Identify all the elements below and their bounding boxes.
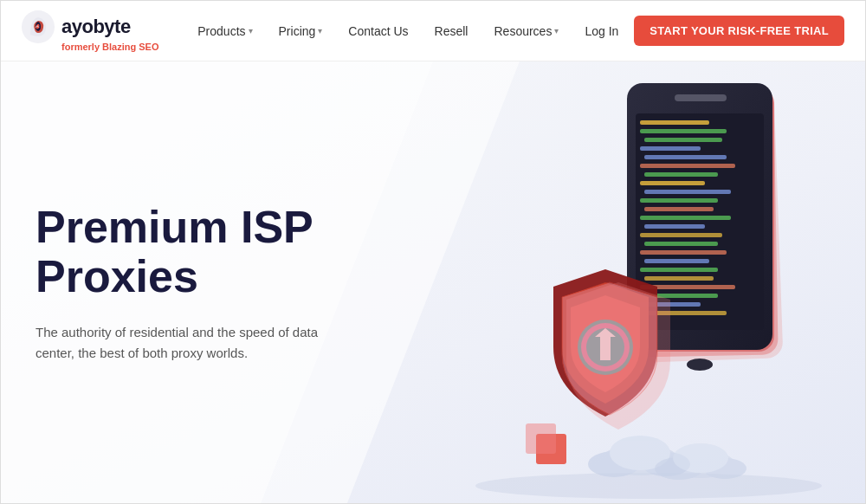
svg-rect-24 xyxy=(640,146,701,151)
logo-area: ayobyte formerly Blazing SEO xyxy=(22,10,159,52)
svg-rect-23 xyxy=(644,138,722,142)
svg-rect-22 xyxy=(640,129,727,133)
svg-point-44 xyxy=(687,359,713,371)
chevron-down-icon: ▾ xyxy=(249,26,253,36)
svg-rect-31 xyxy=(644,207,714,211)
logo-icon xyxy=(22,10,55,43)
svg-rect-21 xyxy=(640,120,709,125)
nav-item-contact[interactable]: Contact Us xyxy=(338,17,418,45)
svg-rect-39 xyxy=(644,276,714,281)
svg-rect-30 xyxy=(640,198,718,203)
svg-rect-19 xyxy=(675,94,727,101)
svg-rect-26 xyxy=(640,164,735,168)
nav-item-resell[interactable]: Resell xyxy=(424,17,479,45)
svg-rect-35 xyxy=(644,242,718,246)
chevron-down-icon: ▾ xyxy=(318,26,322,36)
logo-text: ayobyte xyxy=(61,16,131,38)
hero-text-block: Premium ISP Proxies The authority of res… xyxy=(36,203,330,364)
chevron-down-icon: ▾ xyxy=(554,26,559,36)
svg-rect-34 xyxy=(640,233,722,237)
nav-item-login[interactable]: Log In xyxy=(574,17,629,45)
svg-rect-28 xyxy=(640,181,705,185)
svg-rect-33 xyxy=(644,224,705,229)
hero-illustration xyxy=(380,61,865,504)
svg-rect-37 xyxy=(644,259,709,263)
svg-rect-29 xyxy=(644,190,731,194)
hero-section: Premium ISP Proxies The authority of res… xyxy=(1,61,865,504)
hero-description: The authority of residential and the spe… xyxy=(36,322,330,364)
svg-point-12 xyxy=(673,443,728,473)
nav-item-products[interactable]: Products ▾ xyxy=(187,17,262,45)
svg-rect-14 xyxy=(526,423,556,454)
svg-rect-27 xyxy=(644,172,718,177)
cta-button[interactable]: START YOUR RISK-FREE TRIAL xyxy=(634,16,844,46)
logo-subtitle: formerly Blazing SEO xyxy=(61,42,159,52)
svg-rect-32 xyxy=(640,216,731,220)
nav-item-pricing[interactable]: Pricing ▾ xyxy=(268,17,333,45)
hero-title: Premium ISP Proxies xyxy=(36,203,330,301)
logo-formerly-brand: Blazing SEO xyxy=(102,42,158,52)
navbar: ayobyte formerly Blazing SEO Products ▾ … xyxy=(1,1,865,61)
svg-rect-38 xyxy=(640,268,718,272)
svg-rect-25 xyxy=(644,155,727,159)
svg-rect-36 xyxy=(640,250,727,255)
nav-links: Products ▾ Pricing ▾ Contact Us Resell R… xyxy=(187,16,844,46)
nav-item-resources[interactable]: Resources ▾ xyxy=(483,17,569,45)
svg-point-4 xyxy=(475,473,822,499)
